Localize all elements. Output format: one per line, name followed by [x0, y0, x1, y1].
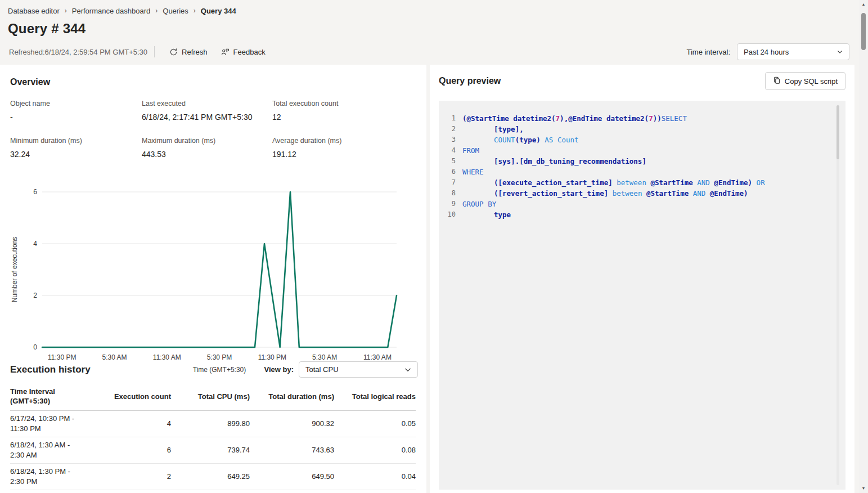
svg-text:11:30 PM: 11:30 PM	[258, 353, 286, 361]
table-row[interactable]: 6/18/24, 1:30 PM -2:30 PM2649.25649.500.…	[10, 464, 416, 490]
execution-history-table-head: Time Interval(GMT+5:30)Execution countTo…	[10, 383, 416, 411]
cell-execution-count: 6	[104, 437, 171, 464]
line-number: 5	[439, 156, 456, 167]
execution-history-header: Execution history View by: Total CPU	[10, 361, 418, 378]
code-text: GROUP BY	[456, 199, 496, 209]
refresh-label: Refresh	[182, 48, 208, 56]
overview-title: Overview	[10, 77, 426, 87]
scroll-up-arrow[interactable]: ▲	[862, 0, 866, 9]
view-by-dropdown[interactable]: Total CPU	[299, 361, 418, 378]
table-header-cell: Total duration (ms)	[250, 383, 334, 411]
field-label: Total execution count	[272, 100, 416, 107]
refreshed-timestamp: Refreshed:6/18/24, 2:59:54 PM GMT+5:30	[9, 48, 147, 56]
refresh-button[interactable]: Refresh	[163, 46, 214, 59]
feedback-label: Feedback	[233, 48, 266, 56]
scroll-down-arrow[interactable]: ▼	[862, 484, 866, 493]
sql-token: (type)	[515, 136, 541, 144]
code-line: 7([execute_action_start_time] between @S…	[439, 177, 845, 188]
sql-token: ))	[653, 114, 662, 123]
cell-time-interval: 6/17/24, 10:30 PM -11:30 PM	[10, 411, 104, 437]
svg-text:11:30 AM: 11:30 AM	[363, 353, 392, 361]
page-scrollbar[interactable]: ▲ ▼	[859, 0, 868, 493]
cell-total-cpu: 739.74	[171, 437, 250, 464]
code-line: 2[type],	[439, 124, 845, 135]
field-value: 6/18/24, 2:17:41 PM GMT+5:30	[142, 113, 272, 122]
sql-token: OR	[752, 178, 765, 187]
sql-token: between	[613, 178, 651, 187]
code-line: 8([revert_action_start_time] between @St…	[439, 188, 845, 199]
overview-fields: Object name-Last executed6/18/24, 2:17:4…	[10, 100, 416, 174]
editor-scrollbar[interactable]	[836, 105, 839, 485]
line-number: 8	[439, 188, 456, 199]
field-label: Object name	[10, 100, 142, 107]
field-value: 443.53	[142, 150, 272, 159]
sql-token: SELECT	[662, 114, 687, 123]
sql-token: AND	[693, 178, 714, 187]
svg-text:Number of executions: Number of executions	[11, 237, 19, 303]
topbar: Database editor›Performance dashboard›Qu…	[0, 0, 859, 65]
breadcrumb-item[interactable]: Queries	[163, 7, 188, 15]
time-interval-label: Time interval:	[686, 48, 730, 56]
code-text: [sys].[dm_db_tuning_recommendations]	[456, 156, 646, 167]
table-header-cell: Execution count	[104, 383, 171, 411]
breadcrumb-separator-icon: ›	[194, 7, 196, 15]
cell-time-interval: 6/18/24, 1:30 PM -2:30 PM	[10, 464, 104, 490]
table-header-cell: Total logical reads	[334, 383, 416, 411]
sql-token: @EndTime)	[710, 189, 748, 198]
execution-history-title: Execution history	[10, 364, 91, 375]
line-number: 1	[439, 113, 456, 124]
overview-field: Object name-	[10, 100, 142, 122]
view-by-control: View by: Total CPU	[264, 361, 418, 378]
sql-editor[interactable]: 1(@StartTime datetime2(7),@EndTime datet…	[439, 101, 845, 490]
toolbar-divider	[154, 46, 155, 57]
content: Overview Object name-Last executed6/18/2…	[0, 65, 859, 493]
page-scrollbar-thumb[interactable]	[861, 13, 866, 50]
breadcrumb-separator-icon: ›	[65, 7, 67, 15]
overview-field: Minimum duration (ms)32.24	[10, 137, 142, 159]
code-text: WHERE	[456, 167, 484, 177]
line-number: 10	[439, 209, 456, 220]
code-line: 3COUNT(type) AS Count	[439, 135, 845, 145]
code-text: [type],	[456, 124, 524, 135]
sql-token: GROUP BY	[462, 200, 496, 208]
feedback-button[interactable]: Feedback	[214, 46, 272, 59]
breadcrumb-item[interactable]: Performance dashboard	[72, 7, 150, 15]
cell-total-duration: 900.32	[250, 411, 334, 437]
sql-token: 7	[556, 114, 560, 123]
breadcrumb-item[interactable]: Query 344	[201, 7, 236, 15]
editor-scrollbar-thumb[interactable]	[836, 105, 839, 159]
field-value: 12	[272, 113, 416, 122]
svg-text:11:30 AM: 11:30 AM	[153, 353, 181, 361]
line-number: 4	[439, 145, 456, 156]
field-label: Minimum duration (ms)	[10, 137, 142, 145]
table-row[interactable]: 6/18/24, 1:30 AM -2:30 AM6739.74743.630.…	[10, 437, 416, 464]
cell-execution-count: 4	[104, 411, 171, 437]
breadcrumb-item[interactable]: Database editor	[8, 7, 60, 15]
field-label: Average duration (ms)	[272, 137, 416, 145]
table-header-row: Time Interval(GMT+5:30)Execution countTo…	[10, 383, 416, 411]
line-number: 3	[439, 135, 456, 145]
code-text: type	[456, 209, 511, 220]
code-text: ([execute_action_start_time] between @St…	[456, 177, 765, 188]
sql-token: ([revert_action_start_time]	[494, 189, 608, 198]
sql-token: FROM	[462, 146, 479, 155]
view-by-label: View by:	[264, 365, 294, 374]
cell-total-logical-reads: 0.08	[334, 437, 416, 464]
sql-token: AS Count	[541, 136, 579, 144]
svg-text:5:30 AM: 5:30 AM	[312, 353, 337, 361]
table-row[interactable]: 6/17/24, 10:30 PM -11:30 PM4899.80900.32…	[10, 411, 416, 437]
chevron-down-icon	[836, 48, 843, 55]
overview-field: Total execution count12	[272, 100, 416, 122]
svg-text:5:30 AM: 5:30 AM	[102, 353, 127, 361]
cell-total-duration: 743.63	[250, 437, 334, 464]
sql-token: between	[608, 189, 646, 198]
sql-token: @StartTime	[646, 189, 689, 198]
copy-sql-button[interactable]: Copy SQL script	[765, 72, 845, 90]
svg-text:4: 4	[33, 240, 37, 248]
sql-token: ),@EndTime datetime2(	[560, 114, 649, 123]
svg-text:6: 6	[33, 188, 37, 196]
cell-total-cpu: 899.80	[171, 411, 250, 437]
time-interval-dropdown[interactable]: Past 24 hours	[737, 43, 849, 60]
cell-total-logical-reads: 0.04	[334, 464, 416, 490]
sql-token: AND	[689, 189, 710, 198]
